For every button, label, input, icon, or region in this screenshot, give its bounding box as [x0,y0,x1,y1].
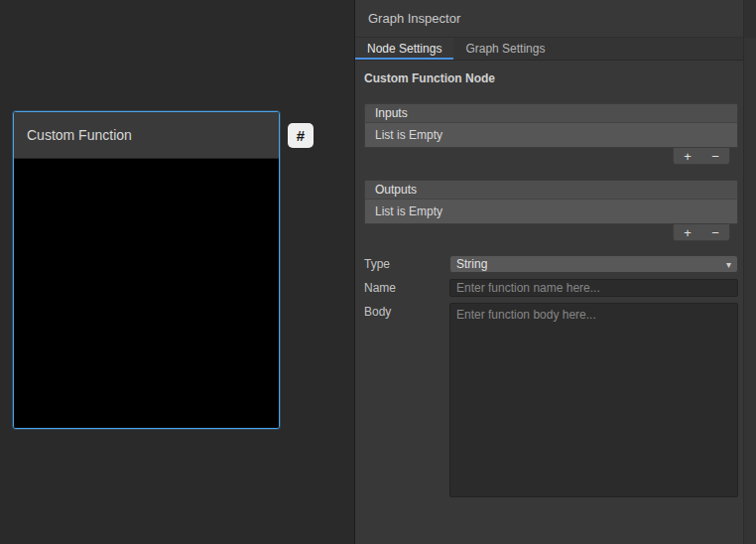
inputs-list: Inputs List is Empty + − [364,103,738,165]
type-dropdown-value: String [456,257,487,271]
body-field-row: Body [364,303,738,497]
inputs-list-footer: + − [364,148,738,165]
tab-node-settings[interactable]: Node Settings [355,38,453,60]
tab-node-settings-label: Node Settings [367,42,441,56]
inspector-tabbar: Node Settings Graph Settings [355,38,756,61]
node-settings-section-title: Custom Function Node [364,71,738,85]
inspector-scrollbar[interactable] [743,0,756,544]
inputs-list-header-label: Inputs [375,106,408,120]
graph-canvas[interactable]: Custom Function # [0,0,354,544]
inputs-empty-label: List is Empty [375,128,442,142]
inputs-footer-bar: + − [673,148,730,165]
outputs-list-header: Outputs [364,180,738,200]
custom-function-node[interactable]: Custom Function [13,111,280,429]
node-header[interactable]: Custom Function [14,112,279,159]
tab-graph-settings[interactable]: Graph Settings [453,38,557,60]
inputs-list-header: Inputs [364,103,738,123]
node-preview-body [14,159,279,428]
inspector-title: Graph Inspector [355,0,756,38]
inputs-remove-button[interactable]: − [701,149,729,164]
outputs-footer-bar: + − [673,224,730,241]
name-label: Name [364,279,449,297]
graph-inspector-panel: Graph Inspector Node Settings Graph Sett… [354,0,756,544]
tab-graph-settings-label: Graph Settings [465,42,545,56]
outputs-list-empty-row: List is Empty [364,200,738,224]
outputs-remove-button[interactable]: − [701,225,729,240]
inputs-list-empty-row: List is Empty [364,123,738,148]
outputs-list-footer: + − [364,224,738,241]
name-field-row: Name [364,279,738,297]
type-label: Type [364,255,449,273]
function-name-input[interactable] [449,279,738,297]
node-title: Custom Function [27,127,132,143]
outputs-empty-label: List is Empty [375,204,442,218]
outputs-list: Outputs List is Empty + − [364,180,738,241]
outputs-add-button[interactable]: + [674,225,701,240]
outputs-list-header-label: Outputs [375,183,417,197]
type-dropdown[interactable]: String ▾ [449,255,738,273]
type-field-row: Type String ▾ [364,255,738,273]
body-label: Body [364,303,449,319]
inspector-content: Custom Function Node Inputs List is Empt… [355,62,742,497]
chevron-down-icon: ▾ [726,259,731,270]
scrollbar-corner [744,0,756,38]
inputs-add-button[interactable]: + [674,149,701,164]
hash-icon[interactable]: # [288,123,314,148]
node-fields: Type String ▾ Name Body [364,255,738,497]
function-body-textarea[interactable] [449,303,738,497]
